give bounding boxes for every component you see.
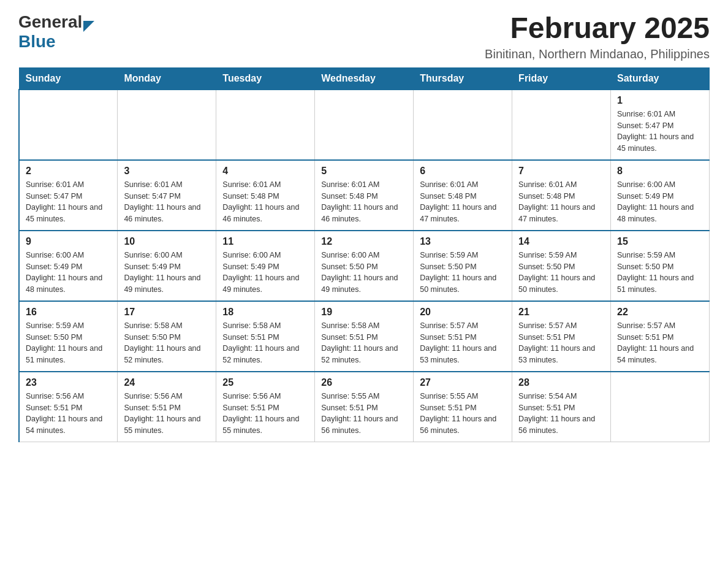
day-number: 19	[321, 307, 407, 318]
day-info: Sunrise: 6:01 AMSunset: 5:48 PMDaylight:…	[420, 179, 506, 225]
day-info: Sunrise: 6:01 AMSunset: 5:48 PMDaylight:…	[321, 179, 407, 225]
day-number: 16	[26, 307, 111, 318]
calendar-day-cell: 8Sunrise: 6:00 AMSunset: 5:49 PMDaylight…	[611, 160, 710, 231]
calendar-day-cell	[118, 90, 216, 160]
calendar-week-row: 9Sunrise: 6:00 AMSunset: 5:49 PMDaylight…	[19, 231, 710, 301]
day-number: 1	[617, 95, 703, 106]
day-info: Sunrise: 5:59 AMSunset: 5:50 PMDaylight:…	[420, 250, 506, 296]
day-number: 9	[26, 236, 111, 247]
day-number: 27	[420, 377, 506, 388]
calendar-location: Binitinan, Northern Mindanao, Philippine…	[485, 47, 710, 61]
calendar-day-cell: 13Sunrise: 5:59 AMSunset: 5:50 PMDayligh…	[414, 231, 512, 301]
day-info: Sunrise: 6:01 AMSunset: 5:47 PMDaylight:…	[617, 109, 703, 155]
day-number: 28	[518, 377, 604, 388]
calendar-week-row: 2Sunrise: 6:01 AMSunset: 5:47 PMDaylight…	[19, 160, 710, 231]
calendar-week-row: 23Sunrise: 5:56 AMSunset: 5:51 PMDayligh…	[19, 372, 710, 442]
svg-marker-0	[83, 21, 94, 32]
calendar-day-cell: 4Sunrise: 6:01 AMSunset: 5:48 PMDaylight…	[216, 160, 315, 231]
calendar-day-cell: 3Sunrise: 6:01 AMSunset: 5:47 PMDaylight…	[118, 160, 216, 231]
day-info: Sunrise: 5:58 AMSunset: 5:51 PMDaylight:…	[222, 320, 308, 366]
day-number: 18	[222, 307, 308, 318]
page-header: General Blue February 2025 Binitinan, No…	[18, 12, 710, 61]
calendar-day-cell	[19, 90, 118, 160]
title-block: February 2025 Binitinan, Northern Mindan…	[485, 12, 710, 61]
logo-blue-text: Blue	[18, 32, 56, 52]
day-info: Sunrise: 5:59 AMSunset: 5:50 PMDaylight:…	[518, 250, 604, 296]
calendar-day-cell: 27Sunrise: 5:55 AMSunset: 5:51 PMDayligh…	[414, 372, 512, 442]
logo-arrow-icon	[83, 21, 94, 32]
calendar-day-cell	[414, 90, 512, 160]
calendar-day-cell: 7Sunrise: 6:01 AMSunset: 5:48 PMDaylight…	[512, 160, 611, 231]
day-number: 24	[124, 377, 210, 388]
day-info: Sunrise: 6:01 AMSunset: 5:47 PMDaylight:…	[124, 179, 210, 225]
calendar-title: February 2025	[485, 12, 710, 45]
calendar-day-cell	[216, 90, 315, 160]
day-number: 21	[518, 307, 604, 318]
calendar-day-cell: 5Sunrise: 6:01 AMSunset: 5:48 PMDaylight…	[315, 160, 414, 231]
day-info: Sunrise: 5:56 AMSunset: 5:51 PMDaylight:…	[26, 391, 111, 437]
calendar-day-header: Monday	[118, 67, 216, 90]
day-number: 8	[617, 166, 703, 177]
logo: General Blue	[18, 12, 94, 52]
day-number: 25	[222, 377, 308, 388]
calendar-day-header: Sunday	[19, 67, 118, 90]
calendar-day-header: Wednesday	[315, 67, 414, 90]
calendar-day-cell: 28Sunrise: 5:54 AMSunset: 5:51 PMDayligh…	[512, 372, 611, 442]
calendar-day-cell: 16Sunrise: 5:59 AMSunset: 5:50 PMDayligh…	[19, 301, 118, 372]
calendar-day-cell: 2Sunrise: 6:01 AMSunset: 5:47 PMDaylight…	[19, 160, 118, 231]
day-number: 15	[617, 236, 703, 247]
day-number: 23	[26, 377, 111, 388]
calendar-day-cell: 15Sunrise: 5:59 AMSunset: 5:50 PMDayligh…	[611, 231, 710, 301]
calendar-day-header: Tuesday	[216, 67, 315, 90]
day-info: Sunrise: 5:57 AMSunset: 5:51 PMDaylight:…	[617, 320, 703, 366]
calendar-day-cell: 19Sunrise: 5:58 AMSunset: 5:51 PMDayligh…	[315, 301, 414, 372]
calendar-day-cell: 18Sunrise: 5:58 AMSunset: 5:51 PMDayligh…	[216, 301, 315, 372]
day-number: 14	[518, 236, 604, 247]
day-number: 7	[518, 166, 604, 177]
calendar-day-cell: 20Sunrise: 5:57 AMSunset: 5:51 PMDayligh…	[414, 301, 512, 372]
logo-general-text: General	[18, 12, 82, 32]
calendar-table: SundayMondayTuesdayWednesdayThursdayFrid…	[18, 67, 710, 442]
day-info: Sunrise: 6:00 AMSunset: 5:50 PMDaylight:…	[321, 250, 407, 296]
calendar-day-header: Saturday	[611, 67, 710, 90]
calendar-day-cell: 22Sunrise: 5:57 AMSunset: 5:51 PMDayligh…	[611, 301, 710, 372]
day-number: 17	[124, 307, 210, 318]
calendar-day-header: Thursday	[414, 67, 512, 90]
day-info: Sunrise: 5:55 AMSunset: 5:51 PMDaylight:…	[321, 391, 407, 437]
day-info: Sunrise: 5:57 AMSunset: 5:51 PMDaylight:…	[518, 320, 604, 366]
calendar-day-header: Friday	[512, 67, 611, 90]
day-info: Sunrise: 5:54 AMSunset: 5:51 PMDaylight:…	[518, 391, 604, 437]
day-number: 12	[321, 236, 407, 247]
calendar-day-cell: 11Sunrise: 6:00 AMSunset: 5:49 PMDayligh…	[216, 231, 315, 301]
day-info: Sunrise: 5:58 AMSunset: 5:51 PMDaylight:…	[321, 320, 407, 366]
calendar-day-cell	[315, 90, 414, 160]
day-number: 5	[321, 166, 407, 177]
calendar-day-cell: 9Sunrise: 6:00 AMSunset: 5:49 PMDaylight…	[19, 231, 118, 301]
calendar-day-cell: 17Sunrise: 5:58 AMSunset: 5:50 PMDayligh…	[118, 301, 216, 372]
calendar-day-cell	[611, 372, 710, 442]
calendar-day-cell: 26Sunrise: 5:55 AMSunset: 5:51 PMDayligh…	[315, 372, 414, 442]
calendar-day-cell: 21Sunrise: 5:57 AMSunset: 5:51 PMDayligh…	[512, 301, 611, 372]
day-number: 3	[124, 166, 210, 177]
day-number: 22	[617, 307, 703, 318]
calendar-day-cell: 24Sunrise: 5:56 AMSunset: 5:51 PMDayligh…	[118, 372, 216, 442]
calendar-day-cell: 6Sunrise: 6:01 AMSunset: 5:48 PMDaylight…	[414, 160, 512, 231]
calendar-day-cell: 23Sunrise: 5:56 AMSunset: 5:51 PMDayligh…	[19, 372, 118, 442]
day-number: 6	[420, 166, 506, 177]
day-info: Sunrise: 5:59 AMSunset: 5:50 PMDaylight:…	[617, 250, 703, 296]
day-number: 10	[124, 236, 210, 247]
day-number: 13	[420, 236, 506, 247]
calendar-day-cell: 10Sunrise: 6:00 AMSunset: 5:49 PMDayligh…	[118, 231, 216, 301]
day-info: Sunrise: 6:01 AMSunset: 5:48 PMDaylight:…	[518, 179, 604, 225]
calendar-day-cell	[512, 90, 611, 160]
day-info: Sunrise: 6:00 AMSunset: 5:49 PMDaylight:…	[26, 250, 111, 296]
day-number: 20	[420, 307, 506, 318]
calendar-header-row: SundayMondayTuesdayWednesdayThursdayFrid…	[19, 67, 710, 90]
calendar-day-cell: 12Sunrise: 6:00 AMSunset: 5:50 PMDayligh…	[315, 231, 414, 301]
day-info: Sunrise: 5:56 AMSunset: 5:51 PMDaylight:…	[222, 391, 308, 437]
day-info: Sunrise: 6:00 AMSunset: 5:49 PMDaylight:…	[124, 250, 210, 296]
day-info: Sunrise: 6:00 AMSunset: 5:49 PMDaylight:…	[617, 179, 703, 225]
day-info: Sunrise: 6:01 AMSunset: 5:48 PMDaylight:…	[222, 179, 308, 225]
day-number: 11	[222, 236, 308, 247]
day-number: 4	[222, 166, 308, 177]
